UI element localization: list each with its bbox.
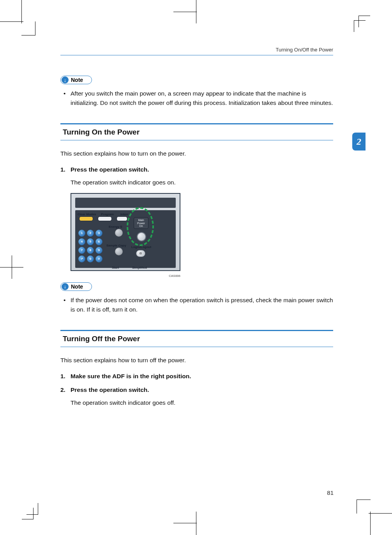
keypad-4: 4 bbox=[78, 238, 85, 245]
step-text: Press the operation switch. bbox=[71, 166, 149, 173]
keypad-7: 7 bbox=[78, 247, 85, 254]
crop-mark bbox=[0, 21, 23, 22]
note-list: If the power does not come on when the o… bbox=[60, 296, 333, 314]
crop-mark bbox=[369, 513, 392, 514]
keypad-6: 6 bbox=[95, 238, 102, 245]
keypad-3: 3 bbox=[95, 230, 102, 237]
step-text: Press the operation switch. bbox=[71, 386, 149, 393]
keypad-0: 0 bbox=[87, 255, 94, 262]
note-badge: ↓ Note bbox=[60, 76, 92, 84]
step-item: 2. Press the operation switch. The opera… bbox=[71, 385, 333, 408]
interrupt-button bbox=[117, 216, 127, 221]
section-intro: This section explains how to turn off th… bbox=[60, 356, 333, 365]
program-button bbox=[98, 216, 112, 221]
keypad-hash: # bbox=[95, 255, 102, 262]
running-head: Turning On/Off the Power bbox=[60, 47, 333, 53]
label-simplified: Simplified bbox=[132, 266, 147, 269]
note-item: After you switch the main power on, a sc… bbox=[71, 89, 333, 108]
steps-list: 1. Make sure the ADF is in the right pos… bbox=[60, 372, 333, 407]
note-list: After you switch the main power on, a sc… bbox=[60, 89, 333, 108]
step-subtext: The operation switch indicator goes off. bbox=[71, 398, 333, 408]
step-number: 1. bbox=[60, 372, 65, 381]
step-item: 1. Make sure the ADF is in the right pos… bbox=[71, 372, 333, 381]
chapter-tab: 2 bbox=[352, 133, 366, 151]
section-heading-off: Turning Off the Power bbox=[60, 330, 333, 347]
note-badge: ↓ Note bbox=[60, 282, 92, 291]
label-energy: Energy S bbox=[109, 225, 122, 229]
crop-mark bbox=[173, 523, 197, 523]
sample-copy-button bbox=[115, 248, 123, 255]
keypad-1: 1 bbox=[78, 230, 85, 237]
keypad-9: 9 bbox=[95, 247, 102, 254]
crop-mark bbox=[21, 0, 22, 23]
login-logout-button: ⧈ bbox=[136, 250, 145, 257]
crop-mark bbox=[196, 512, 196, 535]
label-start: Start bbox=[112, 266, 119, 269]
keypad-star: ·/* bbox=[78, 255, 85, 262]
crop-mark bbox=[12, 255, 12, 279]
note-label: Note bbox=[71, 77, 83, 83]
note-arrow-icon: ↓ bbox=[62, 76, 69, 83]
label-sample-copy: Sample Copy bbox=[106, 244, 126, 247]
step-item: 1. Press the operation switch. The opera… bbox=[71, 165, 333, 188]
page-number: 81 bbox=[327, 489, 334, 496]
label-interrupt: Interr bbox=[120, 213, 128, 216]
crop-mark bbox=[26, 503, 38, 515]
crop-mark bbox=[196, 0, 196, 23]
steps-list: 1. Press the operation switch. The opera… bbox=[60, 165, 333, 188]
note-arrow-icon: ↓ bbox=[62, 283, 69, 290]
label-program: Program bbox=[101, 213, 114, 216]
highlight-oval-icon bbox=[127, 207, 154, 246]
energy-saver-button bbox=[115, 229, 123, 237]
step-text: Make sure the ADF is in the right positi… bbox=[71, 373, 191, 379]
note-item: If the power does not come on when the o… bbox=[71, 296, 333, 314]
label-clear-modes: Clear Modes bbox=[78, 213, 96, 216]
step-number: 2. bbox=[60, 385, 65, 395]
control-panel-figure: Clear Modes Program Interr Energy S 1 2 … bbox=[71, 193, 180, 271]
figure-code: CAS006 bbox=[71, 274, 180, 278]
crop-mark bbox=[21, 21, 35, 35]
crop-mark bbox=[357, 500, 371, 514]
section-intro: This section explains how to turn on the… bbox=[60, 149, 333, 158]
header-rule bbox=[60, 55, 333, 55]
step-subtext: The operation switch indicator goes on. bbox=[71, 178, 333, 188]
section-heading-on: Turning On the Power bbox=[60, 123, 333, 140]
clear-modes-button bbox=[79, 216, 93, 221]
crop-mark bbox=[354, 20, 366, 32]
keypad-8: 8 bbox=[87, 247, 94, 254]
note-label: Note bbox=[71, 283, 83, 290]
keypad-5: 5 bbox=[87, 238, 94, 245]
panel-screen bbox=[75, 198, 176, 208]
crop-mark bbox=[173, 12, 197, 12]
step-number: 1. bbox=[60, 165, 65, 175]
crop-mark bbox=[370, 512, 371, 535]
keypad-2: 2 bbox=[87, 230, 94, 237]
